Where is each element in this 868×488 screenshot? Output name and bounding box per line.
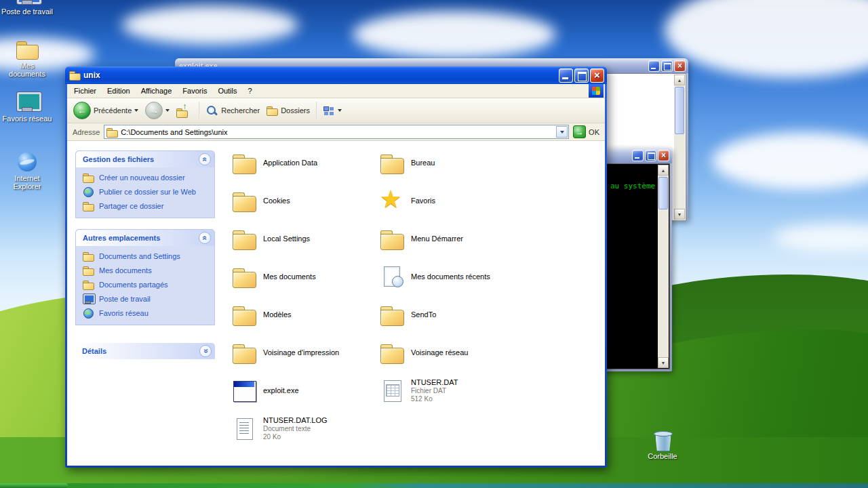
other-places-header[interactable]: Autres emplacements — [76, 230, 214, 246]
address-dropdown-button[interactable] — [556, 126, 568, 138]
file-tile-voisinage-reseau[interactable]: Voisinage réseau — [378, 333, 526, 371]
file-name: Mes documents récents — [411, 272, 490, 281]
views-grid-icon — [323, 106, 335, 116]
go-arrow-icon — [573, 125, 586, 138]
file-name: Voisinage réseau — [411, 348, 468, 357]
explorer-titlebar[interactable]: unix — [65, 66, 607, 84]
close-button[interactable] — [590, 68, 604, 83]
start-button[interactable] — [0, 483, 68, 488]
back-label: Précédente — [94, 106, 132, 115]
file-tile-ntuser-dat[interactable]: NTUSER.DAT Fichier DAT 512 Ko — [378, 371, 526, 409]
file-tile-sendto[interactable]: SendTo — [378, 296, 526, 333]
maximize-button[interactable] — [661, 60, 673, 72]
details-header[interactable]: Détails — [75, 343, 215, 359]
desktop-icon-corbeille[interactable]: Corbeille — [637, 430, 688, 460]
text-file-icon — [231, 417, 257, 440]
maximize-button[interactable] — [645, 150, 656, 161]
menu-aide[interactable]: ? — [243, 85, 258, 97]
up-button[interactable] — [174, 102, 195, 119]
task-share-folder[interactable]: Partager ce dossier — [83, 201, 210, 211]
desktop-icon-internet-explorer[interactable]: Internet Explorer — [1, 152, 53, 190]
folder-icon — [83, 266, 94, 275]
go-button[interactable]: OK — [573, 125, 599, 138]
file-tile-mes-documents-recents[interactable]: Mes documents récents — [378, 258, 526, 296]
cloud — [665, 0, 868, 78]
scroll-up-arrow[interactable]: ▲ — [674, 75, 685, 85]
scroll-down-arrow[interactable]: ▼ — [658, 357, 669, 368]
minimize-button[interactable] — [648, 60, 660, 72]
scrollbar[interactable]: ▲ ▼ — [674, 75, 685, 220]
close-button[interactable] — [658, 150, 669, 161]
forward-arrow-icon — [145, 102, 163, 119]
close-button[interactable] — [674, 60, 686, 72]
place-favoris-reseau[interactable]: Favoris réseau — [83, 308, 210, 318]
minimize-button[interactable] — [632, 150, 644, 161]
address-input[interactable] — [121, 126, 553, 138]
scrollbar[interactable]: ▲ ▼ — [658, 165, 669, 368]
expand-chevron-icon[interactable] — [199, 345, 212, 357]
box-title: Gestion des fichiers — [83, 155, 154, 163]
place-documents-and-settings[interactable]: Documents and Settings — [83, 251, 210, 261]
scroll-thumb[interactable] — [658, 177, 668, 209]
menu-outils[interactable]: Outils — [212, 85, 242, 97]
place-poste-de-travail[interactable]: Poste de travail — [83, 294, 210, 304]
place-documents-partages[interactable]: Documents partagés — [83, 280, 210, 289]
other-places-box: Autres emplacements Documents and Settin… — [75, 229, 215, 325]
file-tile-menu-demarrer[interactable]: Menu Démarrer — [378, 220, 526, 258]
go-label: OK — [589, 128, 599, 136]
folders-button[interactable]: Dossiers — [264, 104, 313, 117]
scroll-down-arrow[interactable]: ▼ — [674, 209, 685, 220]
file-tile-exploit-exe[interactable]: exploit.exe — [230, 371, 378, 409]
file-tasks-box: Gestion des fichiers Créer un nouveau do… — [75, 150, 215, 218]
file-name: NTUSER.DAT — [411, 378, 458, 386]
file-name: Cookies — [263, 197, 290, 205]
menu-affichage[interactable]: Affichage — [136, 85, 178, 97]
search-button[interactable]: Rechercher — [203, 104, 262, 118]
views-button[interactable] — [321, 104, 344, 117]
minimize-button[interactable] — [559, 68, 573, 83]
star-icon — [379, 189, 405, 212]
folder-icon — [379, 341, 405, 364]
maximize-button[interactable] — [574, 68, 589, 83]
file-tasks-header[interactable]: Gestion des fichiers — [76, 151, 214, 167]
back-button[interactable]: Précédente — [71, 100, 141, 121]
desktop-icon-poste-de-travail[interactable]: Poste de travail — [1, 0, 53, 16]
search-icon — [206, 105, 218, 117]
menu-favoris[interactable]: Favoris — [177, 85, 212, 97]
file-tile-voisinage-impression[interactable]: Voisinage d'impression — [230, 333, 378, 371]
desktop-icon-label: Mes documents — [1, 62, 53, 78]
file-tile-favoris[interactable]: Favoris — [378, 182, 526, 220]
scroll-thumb[interactable] — [675, 87, 684, 134]
file-tile-local-settings[interactable]: Local Settings — [230, 220, 378, 258]
collapse-chevron-icon[interactable] — [199, 232, 211, 244]
collapse-chevron-icon[interactable] — [199, 153, 211, 165]
file-name: NTUSER.DAT.LOG — [263, 416, 328, 424]
place-label: Favoris réseau — [99, 309, 149, 317]
desktop-icon-label: Corbeille — [648, 452, 677, 460]
file-tile-ntuser-dat-log[interactable]: NTUSER.DAT.LOG Document texte 20 Ko — [230, 409, 378, 447]
menu-bar: Fichier Edition Affichage Favoris Outils… — [67, 84, 605, 98]
file-tile-mes-documents[interactable]: Mes documents — [230, 258, 378, 296]
folder-icon — [69, 70, 81, 80]
menu-fichier[interactable]: Fichier — [68, 85, 102, 97]
menu-edition[interactable]: Edition — [102, 85, 136, 97]
task-label: Publier ce dossier sur le Web — [99, 188, 196, 196]
forward-button[interactable] — [142, 100, 172, 121]
scroll-up-arrow[interactable]: ▲ — [658, 165, 669, 176]
file-name: Mes documents — [263, 272, 316, 281]
file-tile-bureau[interactable]: Bureau — [378, 144, 526, 182]
address-bar: Adresse OK — [67, 123, 605, 141]
file-list: Application Data Bureau Cookies Favoris — [222, 141, 605, 466]
task-new-folder[interactable]: Créer un nouveau dossier — [83, 173, 210, 182]
computer-icon — [16, 0, 39, 5]
desktop-icon-favoris-reseau[interactable]: Favoris réseau — [1, 92, 53, 123]
file-tile-modeles[interactable]: Modèles — [230, 296, 378, 333]
folder-icon — [231, 151, 257, 174]
desktop-icon-mes-documents[interactable]: Mes documents — [1, 39, 53, 78]
place-mes-documents[interactable]: Mes documents — [83, 266, 210, 275]
new-folder-icon — [83, 173, 94, 182]
taskbar[interactable] — [0, 483, 868, 488]
file-tile-cookies[interactable]: Cookies — [230, 182, 378, 220]
file-tile-application-data[interactable]: Application Data — [230, 144, 378, 182]
task-publish-web[interactable]: Publier ce dossier sur le Web — [83, 187, 210, 197]
